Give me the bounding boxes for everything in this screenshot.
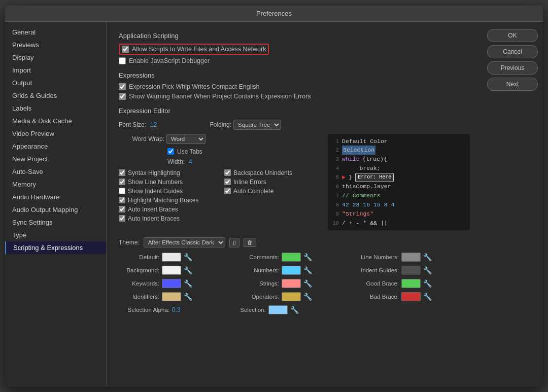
expressions-title: Expressions [119,72,470,79]
sidebar-item-display[interactable]: Display [5,51,106,64]
identifiers-label: Identifiers: [119,294,159,300]
numbers-eyedropper[interactable]: 🔧 [303,266,312,274]
enable-debugger-checkbox[interactable] [119,57,126,64]
auto-complete-cb[interactable] [224,188,231,194]
sidebar-item-labels[interactable]: Labels [5,102,106,115]
use-tabs-label: Use Tabs [177,148,202,155]
selection-label: Selection: [225,307,266,313]
sidebar-item-import[interactable]: Import [5,64,106,77]
allow-scripts-row: Allow Scripts to Write Files and Access … [119,44,470,55]
theme-select[interactable]: After Effects Classic Dark After Effects… [144,237,225,247]
comments-eyedropper[interactable]: 🔧 [303,253,312,261]
default-eyedropper[interactable]: 🔧 [184,253,192,261]
operators-label: Operators: [238,294,279,300]
sidebar-item-audio-hardware[interactable]: Audio Hardware [5,191,106,203]
button-panel: OK Cancel Previous Next [482,22,543,387]
strings-eyedropper[interactable]: 🔧 [303,279,312,288]
allow-scripts-checkbox[interactable] [122,46,129,53]
selection-alpha-value: 0.3 [172,306,181,313]
default-swatch[interactable] [162,253,181,262]
sidebar-item-previews[interactable]: Previews [5,39,106,51]
inline-errors-cb[interactable] [224,179,231,185]
sidebar-item-appearance[interactable]: Appearance [5,140,106,153]
show-line-numbers-cb[interactable] [119,179,125,185]
sidebar-item-grids---guides[interactable]: Grids & Guides [5,89,106,102]
main-content: Application Scripting Allow Scripts to W… [107,22,482,387]
selection-eyedropper[interactable]: 🔧 [290,306,299,314]
sidebar-item-type[interactable]: Type [5,229,106,241]
font-size-label: Font Size: [119,121,146,128]
keywords-label: Keywords: [119,280,159,287]
good-brace-label: Good Brace: [358,280,399,287]
line-numbers-eyedropper[interactable]: 🔧 [423,253,432,261]
bad-brace-eyedropper[interactable]: 🔧 [423,293,432,301]
background-swatch[interactable] [162,266,181,275]
width-label: Width: [167,158,185,165]
keywords-swatch[interactable] [162,279,181,288]
sidebar-item-auto-save[interactable]: Auto-Save [5,165,106,178]
ok-button[interactable]: OK [487,29,538,42]
title-bar: Preferences [5,6,543,22]
window-title: Preferences [256,10,292,17]
selection-swatch[interactable] [268,305,288,314]
bad-brace-label: Bad Brace: [358,294,399,300]
sidebar-item-media---disk-cache[interactable]: Media & Disk Cache [5,115,106,127]
background-eyedropper[interactable]: 🔧 [184,266,192,274]
comments-swatch[interactable] [282,253,301,262]
word-wrap-select[interactable]: Word Off Bounded [166,134,206,144]
preferences-window: Preferences GeneralPreviewsDisplayImport… [5,6,543,387]
selection-alpha-label: Selection Alpha: [119,307,169,313]
comments-label: Comments: [238,254,279,260]
pickwhip-checkbox[interactable] [119,83,126,90]
allow-scripts-label: Allow Scripts to Write Files and Access … [132,46,266,53]
folding-select[interactable]: Square Tree Arrow None [233,120,281,130]
previous-button[interactable]: Previous [487,61,538,75]
pickwhip-label: Expression Pick Whip Writes Compact Engl… [129,83,260,90]
indent-guides-eyedropper: 🔧 [423,266,432,274]
backspace-unindents-cb[interactable] [224,169,231,176]
good-brace-eyedropper[interactable]: 🔧 [423,279,432,288]
strings-label: Strings: [238,280,279,287]
keywords-eyedropper[interactable]: 🔧 [184,279,192,288]
line-numbers-label: Line Numbers: [358,254,399,260]
auto-indent-braces-cb[interactable] [119,215,125,222]
strings-swatch[interactable] [282,279,301,288]
show-indent-guides-cb[interactable] [119,188,125,194]
width-value: 4 [189,158,192,165]
cancel-button[interactable]: Cancel [487,45,538,58]
warning-banner-checkbox[interactable] [119,93,126,100]
background-label: Background: [119,267,159,273]
line-numbers-swatch[interactable] [401,253,421,262]
enable-debugger-row: Enable JavaScript Debugger [119,57,470,64]
theme-copy-button[interactable]: ▯ [229,238,239,247]
sidebar-item-sync-settings[interactable]: Sync Settings [5,216,106,229]
sidebar-item-new-project[interactable]: New Project [5,153,106,165]
sidebar-item-general[interactable]: General [5,26,106,39]
theme-delete-button[interactable]: 🗑 [244,238,256,247]
color-grid: Default: 🔧 Comments: 🔧 Line Numbers: [119,253,470,301]
sidebar-item-video-preview[interactable]: Video Preview [5,127,106,140]
identifiers-eyedropper[interactable]: 🔧 [184,293,192,301]
highlight-braces-cb[interactable] [119,197,125,203]
next-button[interactable]: Next [487,78,538,91]
folding-label: Folding: [210,121,231,128]
sidebar-item-audio-output-mapping[interactable]: Audio Output Mapping [5,203,106,216]
syntax-highlight-cb[interactable] [119,169,125,176]
numbers-label: Numbers: [238,267,279,273]
theme-label: Theme: [119,239,140,246]
sidebar-item-memory[interactable]: Memory [5,178,106,191]
sidebar-item-scripting---expressions[interactable]: Scripting & Expressions [5,241,106,254]
identifiers-swatch[interactable] [162,292,181,301]
sidebar: GeneralPreviewsDisplayImportOutputGrids … [5,22,107,387]
auto-insert-braces-cb[interactable] [119,206,125,212]
warning-banner-label: Show Warning Banner When Project Contain… [129,93,311,100]
good-brace-swatch[interactable] [401,279,421,288]
code-preview: 1Default Color 2Selection 3while (true){… [328,134,470,231]
use-tabs-checkbox[interactable] [167,148,174,155]
numbers-swatch[interactable] [282,266,301,275]
pickwhip-row: Expression Pick Whip Writes Compact Engl… [119,83,470,90]
operators-eyedropper[interactable]: 🔧 [303,293,312,301]
sidebar-item-output[interactable]: Output [5,77,106,89]
operators-swatch[interactable] [282,292,301,301]
bad-brace-swatch[interactable] [401,292,421,301]
